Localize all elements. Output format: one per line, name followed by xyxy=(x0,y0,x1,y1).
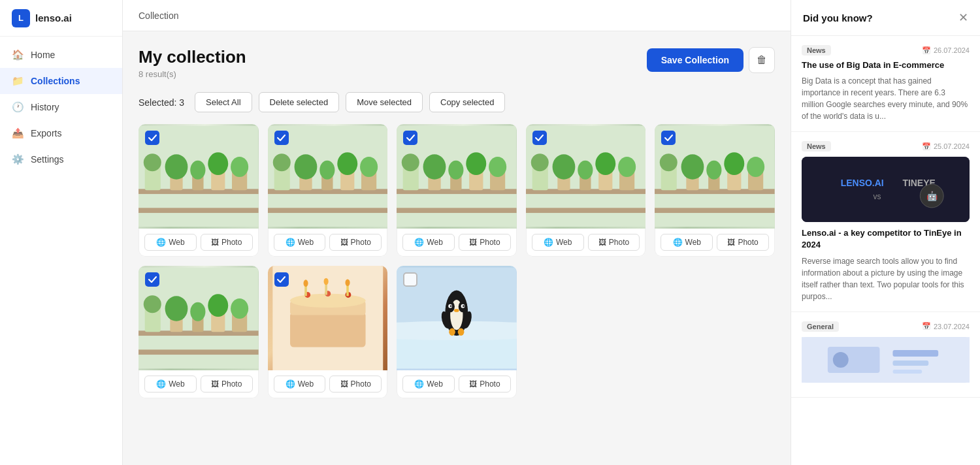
svg-point-21 xyxy=(319,161,335,180)
photo-actions-2: 🌐 Web 🖼 Photo xyxy=(397,229,517,257)
photo-checkbox-6[interactable] xyxy=(274,272,289,287)
photo-icon-7: 🖼 xyxy=(469,379,477,389)
svg-point-71 xyxy=(165,296,188,321)
photo-chip-7[interactable]: 🖼 Photo xyxy=(459,376,511,393)
svg-rect-79 xyxy=(290,312,366,347)
history-icon: 🕐 xyxy=(12,101,24,113)
delete-selected-button[interactable]: Delete selected xyxy=(259,92,340,112)
settings-icon: ⚙️ xyxy=(12,153,24,165)
right-panel-title: Did you know? xyxy=(803,12,873,24)
photo-chip-1[interactable]: 🖼 Photo xyxy=(329,234,382,251)
trash-icon: 🗑 xyxy=(757,54,767,66)
svg-point-90 xyxy=(345,279,350,286)
delete-collection-button[interactable]: 🗑 xyxy=(749,47,775,73)
photo-card-3: 🌐 Web 🖼 Photo xyxy=(526,124,646,257)
web-chip-7[interactable]: 🌐 Web xyxy=(402,376,455,393)
sidebar-item-settings[interactable]: ⚙️ Settings xyxy=(0,146,122,172)
right-panel: Did you know? ✕ News 📅 26.07.2024 The us… xyxy=(791,0,980,465)
svg-point-58 xyxy=(681,154,704,180)
right-panel-header: Did you know? ✕ xyxy=(791,0,980,36)
photo-image-wrap-4 xyxy=(655,124,775,229)
empty-cell-0 xyxy=(526,266,646,398)
photo-chip-6[interactable]: 🖼 Photo xyxy=(329,376,382,393)
web-icon-7: 🌐 xyxy=(414,379,424,389)
photo-image-wrap-5 xyxy=(139,266,259,370)
news-thumbnail-2 xyxy=(802,337,970,383)
photo-checkbox-0[interactable] xyxy=(145,131,159,145)
photo-card-7: 🌐 Web 🖼 Photo xyxy=(397,266,517,398)
svg-point-118 xyxy=(833,352,849,368)
photo-icon-2: 🖼 xyxy=(469,238,477,247)
photo-label-5: Photo xyxy=(221,379,242,389)
web-chip-2[interactable]: 🌐 Web xyxy=(402,234,455,251)
photo-checkbox-1[interactable] xyxy=(274,131,289,145)
web-chip-5[interactable]: 🌐 Web xyxy=(144,376,197,393)
photo-image-wrap-3 xyxy=(526,124,646,229)
move-selected-button[interactable]: Move selected xyxy=(346,92,423,112)
svg-point-56 xyxy=(660,153,678,171)
save-collection-button[interactable]: Save Collection xyxy=(647,48,743,72)
toolbar: Selected: 3 Select All Delete selected M… xyxy=(139,92,775,112)
close-icon: ✕ xyxy=(958,11,968,24)
web-icon-2: 🌐 xyxy=(414,238,424,247)
selected-count: Selected: 3 xyxy=(139,97,184,108)
web-icon-4: 🌐 xyxy=(673,238,683,247)
breadcrumb: Collection xyxy=(123,0,791,31)
svg-point-106 xyxy=(458,328,465,336)
sidebar-item-exports[interactable]: 📤 Exports xyxy=(0,120,122,146)
photo-chip-3[interactable]: 🖼 Photo xyxy=(588,234,640,251)
svg-rect-41 xyxy=(526,208,646,213)
news-title-0[interactable]: The use of Big Data in E-commerce xyxy=(802,59,970,71)
sidebar-item-collections-label: Collections xyxy=(31,76,80,86)
web-chip-3[interactable]: 🌐 Web xyxy=(532,234,584,251)
svg-point-77 xyxy=(231,298,248,319)
news-date-1: 📅 25.07.2024 xyxy=(922,142,970,151)
select-all-button[interactable]: Select All xyxy=(195,92,252,112)
web-chip-1[interactable]: 🌐 Web xyxy=(274,234,326,251)
news-card-2: General 📅 23.07.2024 xyxy=(791,312,980,398)
logo-icon: L xyxy=(12,9,30,27)
breadcrumb-text: Collection xyxy=(139,10,178,21)
news-tag-0: News xyxy=(802,45,831,56)
sidebar-item-exports-label: Exports xyxy=(31,128,61,138)
photo-checkbox-3[interactable] xyxy=(532,131,547,145)
sidebar-item-history-label: History xyxy=(31,102,59,112)
svg-rect-2 xyxy=(139,208,259,213)
svg-point-100 xyxy=(450,305,452,307)
photo-chip-0[interactable]: 🖼 Photo xyxy=(201,234,253,251)
photo-actions-0: 🌐 Web 🖼 Photo xyxy=(139,229,259,257)
web-chip-6[interactable]: 🌐 Web xyxy=(274,376,326,393)
photo-chip-4[interactable]: 🖼 Photo xyxy=(717,234,769,251)
photo-chip-2[interactable]: 🖼 Photo xyxy=(459,234,511,251)
web-icon-1: 🌐 xyxy=(286,238,295,247)
photo-label-2: Photo xyxy=(480,238,500,247)
photo-actions-3: 🌐 Web 🖼 Photo xyxy=(526,229,646,257)
photo-checkbox-2[interactable] xyxy=(403,131,417,145)
photo-chip-5[interactable]: 🖼 Photo xyxy=(201,376,253,393)
close-panel-button[interactable]: ✕ xyxy=(958,10,968,25)
sidebar-item-history[interactable]: 🕐 History xyxy=(0,94,122,120)
news-card-1: News 📅 25.07.2024 LENSO.AI vs TINEYE 🤖 L… xyxy=(791,132,980,312)
photo-checkbox-4[interactable] xyxy=(661,131,676,145)
photo-checkbox-5[interactable] xyxy=(145,272,159,287)
photo-label-7: Photo xyxy=(480,379,500,389)
photo-checkbox-7[interactable] xyxy=(403,272,417,287)
copy-selected-button[interactable]: Copy selected xyxy=(429,92,505,112)
web-icon-3: 🌐 xyxy=(544,238,553,247)
sidebar-item-collections[interactable]: 📁 Collections xyxy=(0,68,122,94)
svg-point-36 xyxy=(466,152,486,175)
news-title-1[interactable]: Lenso.ai - a key competitor to TinEye in… xyxy=(802,227,970,251)
web-chip-0[interactable]: 🌐 Web xyxy=(144,234,197,251)
photo-image-wrap-7 xyxy=(397,266,517,370)
photo-icon-5: 🖼 xyxy=(211,379,219,389)
svg-text:LENSO.AI: LENSO.AI xyxy=(841,178,884,188)
web-chip-4[interactable]: 🌐 Web xyxy=(661,234,713,251)
photo-label-6: Photo xyxy=(351,379,371,389)
empty-cell-1 xyxy=(655,266,775,398)
sidebar-item-home[interactable]: 🏠 Home xyxy=(0,42,122,68)
collection-subtitle: 8 result(s) xyxy=(139,69,246,79)
svg-point-10 xyxy=(208,152,228,175)
photo-actions-1: 🌐 Web 🖼 Photo xyxy=(268,229,388,257)
photo-actions-4: 🌐 Web 🖼 Photo xyxy=(655,229,775,257)
svg-rect-67 xyxy=(139,349,259,355)
